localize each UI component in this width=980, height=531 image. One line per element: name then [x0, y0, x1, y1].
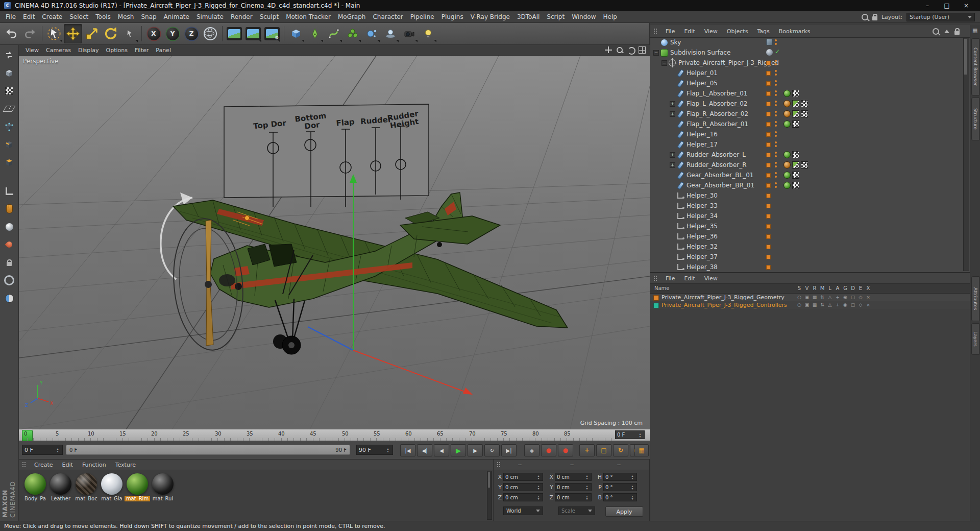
grip-icon[interactable] [22, 462, 27, 468]
menu-animate[interactable]: Animate [160, 12, 193, 21]
visibility-dots-icon[interactable] [775, 141, 777, 143]
material-menu-texture[interactable]: Texture [112, 461, 139, 469]
coordinate-system-button[interactable] [201, 24, 219, 43]
tree-item-flap-l-absorber-01[interactable]: Flap_L_Absorber_01 [650, 88, 964, 99]
toggle-deformers-icon[interactable]: ▢ [849, 295, 856, 300]
material-mat-rim[interactable]: mat_Rim [125, 473, 150, 501]
toggle-lock-icon[interactable]: △ [826, 295, 834, 300]
pos-x-field[interactable]: 0 cm [503, 473, 543, 481]
pen-tool-button[interactable] [306, 24, 324, 43]
layer-chip[interactable] [766, 91, 771, 96]
lock-z-axis-button[interactable]: Z [182, 24, 201, 43]
live-selection-button[interactable] [45, 24, 63, 43]
spline-button[interactable] [325, 24, 343, 43]
tree-item-helper-30[interactable]: Helper_30 [650, 190, 964, 201]
expander-icon[interactable] [653, 50, 660, 56]
toggle-view-icon[interactable]: ▣ [803, 302, 811, 307]
texture-tag-icon[interactable] [801, 110, 808, 117]
selection-handle-dot[interactable] [245, 216, 250, 221]
texture-tag-icon[interactable] [801, 100, 808, 107]
menu-mograph[interactable]: MoGraph [334, 12, 370, 21]
material-tag-icon[interactable] [783, 100, 791, 107]
toggle-manager-icon[interactable]: ⇅ [819, 295, 826, 300]
mograph-button[interactable] [344, 24, 362, 43]
redo-button[interactable] [21, 24, 39, 43]
layer-chip[interactable] [766, 255, 771, 259]
stepper-icon[interactable] [630, 495, 635, 500]
visibility-dots-icon[interactable] [775, 60, 777, 62]
om-menu-tags[interactable]: Tags [753, 28, 773, 35]
move-tool-button[interactable] [64, 24, 82, 43]
rot-b-field[interactable]: 0 ° [603, 493, 637, 501]
toggle-generators-icon[interactable]: ◉ [842, 302, 849, 307]
search-icon[interactable] [862, 14, 868, 20]
layout-select[interactable]: Startup (User) [906, 13, 975, 21]
sky-tag-icon[interactable] [766, 39, 773, 45]
om-menu-edit[interactable]: Edit [680, 28, 698, 35]
enable-axis-button[interactable] [2, 183, 17, 199]
layer-color-chip[interactable] [653, 303, 659, 308]
cycle-button[interactable]: ↻ [484, 444, 500, 456]
lock-icon[interactable] [954, 31, 960, 35]
toggle-solo-icon[interactable]: ○ [796, 302, 803, 307]
visibility-dots-icon[interactable] [775, 70, 777, 72]
record-button[interactable]: ● [541, 444, 556, 456]
tree-item-helper-35[interactable]: Helper_35 [650, 221, 964, 231]
tab-content-browser[interactable]: Content Browser [971, 38, 979, 95]
stepper-icon[interactable] [536, 474, 541, 479]
layer-menu-edit[interactable]: Edit [680, 275, 698, 282]
vp-menu-filter[interactable]: Filter [131, 46, 152, 54]
toggle-render-icon[interactable]: ▦ [811, 295, 818, 300]
stepper-icon[interactable] [385, 447, 390, 452]
environment-button[interactable] [381, 24, 400, 43]
layer-menu-file[interactable]: File [662, 275, 678, 282]
layer-chip[interactable] [766, 234, 771, 239]
toggle-xref-icon[interactable]: × [865, 295, 872, 300]
pos-z-field[interactable]: 0 cm [503, 493, 543, 501]
vp-menu-cameras[interactable]: Cameras [42, 46, 75, 54]
layer-menu-view[interactable]: View [701, 275, 721, 282]
workplane-mode-button[interactable] [2, 101, 17, 116]
grip-icon[interactable] [497, 462, 501, 468]
layer-chip[interactable] [766, 224, 771, 229]
autokey-button[interactable]: ● [558, 444, 573, 456]
menu-script[interactable]: Script [543, 12, 568, 21]
previous-key-button[interactable]: ◀| [417, 444, 432, 456]
plugin-button[interactable] [2, 291, 17, 306]
toggle-xref-icon[interactable]: × [865, 302, 872, 307]
toggle-deformers-icon[interactable]: ▢ [849, 302, 856, 307]
tree-item-subdivision-surface[interactable]: Subdivision Surface [650, 47, 964, 58]
render-settings-button[interactable]: ⚙ [263, 24, 281, 43]
tree-item-rudder-absorber-r[interactable]: Rudder_Absorber_R [650, 160, 964, 170]
om-menu-file[interactable]: File [662, 28, 678, 35]
previous-frame-button[interactable]: ◀ [434, 444, 449, 456]
visibility-dots-icon[interactable] [775, 101, 777, 103]
visibility-dots-icon[interactable] [775, 90, 777, 92]
toggle-expressions-icon[interactable]: ◇ [857, 295, 864, 300]
toggle-manager-icon[interactable]: ⇅ [819, 302, 826, 307]
toggle-animation-icon[interactable]: + [834, 302, 841, 307]
simulate-button[interactable] [362, 24, 381, 43]
menu-tools[interactable]: Tools [92, 12, 114, 21]
pos-y-field[interactable]: 0 cm [503, 483, 543, 491]
record-scale-button[interactable]: □ [596, 444, 611, 456]
goto-end-button[interactable]: ▶| [501, 444, 517, 456]
visibility-dots-icon[interactable] [775, 162, 777, 164]
light-button[interactable] [419, 24, 437, 43]
make-editable-button[interactable] [2, 47, 17, 63]
layer-chip[interactable] [766, 153, 771, 157]
tab-layers[interactable]: Layers [971, 323, 979, 355]
minimize-button[interactable]: – [918, 0, 937, 11]
toggle-render-icon[interactable]: ▦ [811, 302, 818, 307]
material-menu-create[interactable]: Create [31, 461, 57, 469]
grip-icon[interactable] [653, 28, 658, 34]
tree-item-helper-05[interactable]: Helper_05 [650, 78, 964, 88]
expander-icon[interactable] [670, 111, 676, 117]
points-mode-button[interactable] [2, 119, 17, 134]
zoom-view-icon[interactable] [615, 46, 624, 54]
visibility-dots-icon[interactable] [775, 182, 777, 184]
scale-tool-button[interactable] [83, 24, 101, 43]
expander-icon[interactable] [670, 152, 676, 158]
toggle-generators-icon[interactable]: ◉ [842, 295, 849, 300]
rot-p-field[interactable]: 0 ° [603, 483, 637, 491]
